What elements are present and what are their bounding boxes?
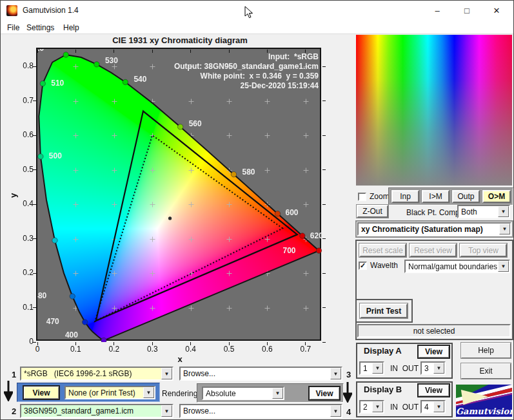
display-b-in-select[interactable]: 2 ▼ xyxy=(359,400,384,414)
chevron-down-icon[interactable]: ▼ xyxy=(272,388,283,399)
menu-help[interactable]: Help xyxy=(61,23,82,33)
chevron-down-icon[interactable]: ▼ xyxy=(433,401,444,412)
chevron-down-icon[interactable]: ▼ xyxy=(330,405,341,417)
boundaries-select[interactable]: Normal/gamut boundaries ▼ xyxy=(404,260,510,273)
browse-3-select[interactable]: Browse... ▼ xyxy=(179,367,342,381)
reset-view-button[interactable]: Reset view xyxy=(410,243,457,257)
print-test-button[interactable]: Print Test xyxy=(360,303,408,318)
display-a-in-select[interactable]: 1 ▼ xyxy=(359,361,384,375)
annotation-whitepoint: White point: x = 0.346 y = 0.359 xyxy=(36,72,319,81)
chevron-down-icon[interactable]: ▼ xyxy=(161,368,172,379)
rendering-select[interactable]: Absolute ▼ xyxy=(202,387,284,400)
chevron-down-icon[interactable]: ▼ xyxy=(330,368,341,379)
output-view-button[interactable]: View xyxy=(308,386,341,401)
black-pt-comp-label: Black Pt. Comp. xyxy=(406,208,462,217)
annotation-date: 25-Dec-2020 15:19:44 xyxy=(36,81,319,91)
zoom-checkbox-box[interactable] xyxy=(358,193,366,201)
saturation-map-image[interactable] xyxy=(356,35,512,186)
display-b-view-button[interactable]: View xyxy=(417,383,450,397)
maximize-button[interactable]: □ xyxy=(452,1,482,21)
display-b-inout-label: IN OUT xyxy=(390,403,419,412)
down-arrow-icon xyxy=(4,381,13,401)
chevron-down-icon[interactable]: ▼ xyxy=(498,206,509,217)
status-bar: not selected xyxy=(357,324,511,338)
reset-scale-button[interactable]: Reset scale xyxy=(359,243,406,257)
input-view-button[interactable]: View xyxy=(23,385,60,400)
chevron-down-icon[interactable]: ▼ xyxy=(143,387,154,398)
diagram-title: CIE 1931 xy Chromaticity diagram xyxy=(38,35,322,45)
inp-button[interactable]: Inp xyxy=(391,190,419,203)
title-bar: Gamutvision 1.4 – □ ✕ xyxy=(1,1,513,21)
browse-4-select[interactable]: Browse... ▼ xyxy=(179,404,342,418)
display-a-view-button[interactable]: View xyxy=(417,345,450,359)
zoom-checkbox[interactable]: Zoom xyxy=(358,192,390,201)
down-arrow-icon xyxy=(343,382,352,403)
y-axis-label: y xyxy=(8,193,18,198)
display-a-title: Display A xyxy=(364,346,402,356)
logo-text: Gamutvision xyxy=(456,406,512,416)
i-to-m-button[interactable]: I>M xyxy=(422,190,450,203)
input-profile-select[interactable]: *sRGB (IEC6 1996-2.1 sRGB) ▼ xyxy=(20,367,173,381)
app-icon xyxy=(6,5,17,16)
window-title: Gamutvision 1.4 xyxy=(23,6,79,15)
menu-settings[interactable]: Settings xyxy=(24,23,57,33)
display-a-inout-label: IN OUT xyxy=(390,364,419,373)
wavelth-checkbox-label: Wavelth xyxy=(370,261,398,270)
output-profile-select[interactable]: 38GN950_standard_game1.icm ▼ xyxy=(20,404,173,418)
chevron-down-icon[interactable]: ▼ xyxy=(372,401,383,412)
slot4-number: 4 xyxy=(346,407,351,417)
display-b-title: Display B xyxy=(364,385,402,394)
plot-area[interactable] xyxy=(36,48,321,341)
z-out-button[interactable]: Z-Out xyxy=(357,205,388,218)
chevron-down-icon[interactable]: ▼ xyxy=(498,261,509,272)
annotation-output: Output: 38GN950_standard_game1.icm xyxy=(36,62,319,72)
annotation-input: Input: *sRGB xyxy=(36,52,319,62)
wavelth-checkbox[interactable]: ✓ Wavelth xyxy=(359,261,398,270)
display-a-out-select[interactable]: 3 ▼ xyxy=(420,361,446,375)
menu-bar: File Settings Help xyxy=(1,21,513,34)
minimize-button[interactable]: – xyxy=(422,1,452,21)
rendering-label: Rendering xyxy=(162,389,197,398)
help-button[interactable]: Help xyxy=(461,343,511,358)
chevron-down-icon[interactable]: ▼ xyxy=(372,363,383,374)
chevron-down-icon[interactable]: ▼ xyxy=(433,363,444,374)
exit-button[interactable]: Exit xyxy=(461,363,511,379)
slot1-number: 1 xyxy=(12,370,16,379)
diagram-annotations: Input: *sRGB Output: 38GN950_standard_ga… xyxy=(36,52,319,91)
close-button[interactable]: ✕ xyxy=(482,1,511,21)
top-view-button[interactable]: Top view xyxy=(460,243,507,257)
chevron-down-icon[interactable]: ▼ xyxy=(499,224,510,234)
outp-button[interactable]: Outp xyxy=(452,190,480,203)
gamutvision-window: Gamutvision 1.4 – □ ✕ File Settings Help… xyxy=(0,0,514,420)
slot2-number: 2 xyxy=(12,406,16,416)
x-axis-label: x xyxy=(77,354,283,364)
menu-file[interactable]: File xyxy=(5,23,22,33)
gamutvision-logo: Gamutvision xyxy=(456,385,512,417)
o-to-m-button[interactable]: O>M xyxy=(482,190,511,203)
chromaticity-canvas[interactable] xyxy=(37,49,322,342)
black-pt-comp-select[interactable]: Both ▼ xyxy=(457,205,510,218)
chevron-down-icon[interactable]: ▼ xyxy=(161,405,172,417)
display-b-out-select[interactable]: 4 ▼ xyxy=(420,400,446,414)
map-select[interactable]: xy Chromaticity (Saturation map) ▼ xyxy=(357,222,511,236)
wavelth-checkbox-box[interactable]: ✓ xyxy=(359,262,367,270)
slot3-number: 3 xyxy=(346,370,351,379)
zoom-checkbox-label: Zoom xyxy=(370,192,390,201)
intent-select[interactable]: None (or Print Test) ▼ xyxy=(64,386,155,399)
